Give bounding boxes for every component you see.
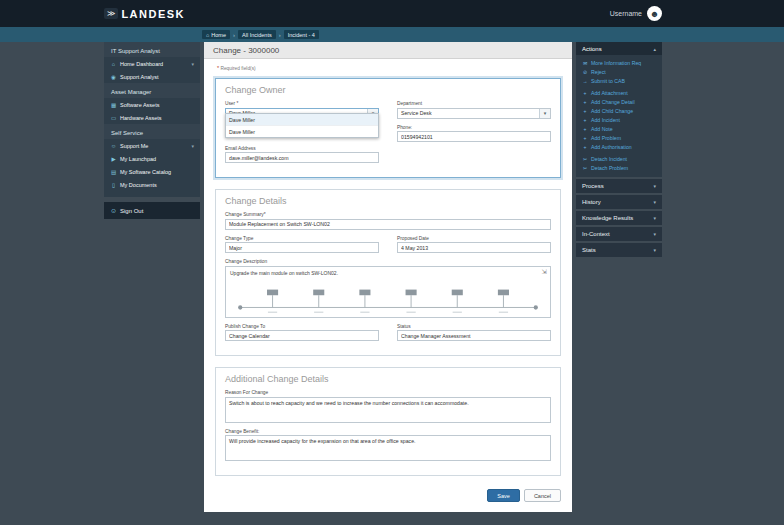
sidebar-item-hardware-assets[interactable]: ▭ Hardware Assets [104,111,200,124]
form-buttons: Save Cancel [215,479,561,502]
sidebar-item-support-me[interactable]: ☺ Support Me ▾ [104,139,200,152]
submit-arrow-icon: → [582,78,588,84]
right-panel: Actions ▴ ✉ More Information Req ⊘ Rejec… [576,42,662,257]
change-summary-input[interactable] [225,219,551,230]
action-more-information-req[interactable]: ✉ More Information Req [582,60,656,66]
change-description-editor[interactable]: Upgrade the main module on switch SW-LON… [225,266,551,318]
chevron-down-icon[interactable]: ▾ [191,143,194,149]
change-details-title: Change Details [225,196,551,206]
software-assets-icon: ▦ [110,102,117,108]
action-label: Detach Problem [591,165,628,171]
email-input[interactable] [225,152,379,163]
department-label: Department [397,101,551,106]
panel-label: In-Context [582,231,610,237]
plus-icon: + [582,117,588,123]
sidebar-heading-asset-manager: Asset Manager [104,83,200,98]
change-type-label: Change Type [225,236,379,241]
actions-panel-header[interactable]: Actions ▴ [576,42,662,55]
action-add-authorisation[interactable]: + Add Authorisation [582,144,656,150]
chevron-down-icon[interactable]: ▾ [653,199,656,205]
sidebar-item-label: My Software Catalog [120,169,171,175]
additional-change-details-title: Additional Change Details [225,374,551,384]
action-reject[interactable]: ⊘ Reject [582,69,656,75]
cancel-button[interactable]: Cancel [524,489,561,502]
reason-for-change-textarea[interactable]: Switch is about to reach capacity and we… [225,397,551,423]
required-note-text: Required field(s) [220,66,255,71]
change-form-card: Change - 3000000 * Required field(s) Cha… [204,42,572,512]
status-input[interactable] [397,330,551,341]
reject-icon: ⊘ [582,69,588,75]
action-add-problem[interactable]: + Add Problem [582,135,656,141]
sidebar-item-label: Support Analyst [120,74,159,80]
action-add-attachment[interactable]: + Add Attachment [582,90,656,96]
user-dropdown-list: Dave Miller Dave Miller [225,113,379,138]
sidebar-item-software-assets[interactable]: ▦ Software Assets [104,98,200,111]
action-detach-problem[interactable]: ✂ Detach Problem [582,165,656,171]
chevron-down-icon[interactable]: ▾ [653,215,656,221]
panel-stats[interactable]: Stats ▾ [576,243,662,257]
sidebar-item-home-dashboard[interactable]: ⌂ Home Dashboard ▾ [104,57,200,70]
proposed-date-label: Proposed Date [397,236,551,241]
plus-icon: + [582,144,588,150]
change-type-input[interactable] [225,242,379,253]
launchpad-icon: ▶ [110,156,117,162]
sidebar-item-my-launchpad[interactable]: ▶ My Launchpad [104,152,200,165]
chevron-down-icon[interactable]: ▾ [653,183,656,189]
sign-out-label: Sign Out [120,208,143,214]
action-group-add: + Add Attachment + Add Change Detail + A… [582,90,656,150]
sidebar-navigation: IT Support Analyst ⌂ Home Dashboard ▾ ◉ … [104,42,200,197]
sidebar-item-label: My Documents [120,182,157,188]
avatar[interactable]: ☻ [647,6,662,21]
sidebar-item-my-software-catalog[interactable]: ▤ My Software Catalog [104,165,200,178]
user-dropdown-option[interactable]: Dave Miller [226,114,378,126]
action-add-child-change[interactable]: + Add Child Change [582,108,656,114]
detach-icon: ✂ [582,156,588,162]
publish-change-to-input[interactable] [225,330,379,341]
documents-icon: ▯ [110,182,117,188]
panel-in-context[interactable]: In-Context ▾ [576,227,662,241]
sidebar-item-label: Software Assets [120,102,159,108]
sidebar-item-label: Support Me [120,143,148,149]
expand-icon[interactable]: ⇲ [542,268,547,276]
plus-icon: + [582,99,588,105]
action-label: Reject [591,69,606,75]
sidebar-item-my-documents[interactable]: ▯ My Documents [104,178,200,191]
brand-name: LANDESK [121,8,185,20]
panel-label: History [582,199,601,205]
chevron-down-icon[interactable]: ▾ [653,231,656,237]
phone-input[interactable] [397,131,551,142]
reason-for-change-label: Reason For Change [225,390,551,395]
chevron-down-icon[interactable]: ▾ [191,61,194,67]
change-benefit-textarea[interactable]: Will provide increased capacity for the … [225,435,551,461]
detach-icon: ✂ [582,165,588,171]
department-select[interactable]: Service Desk ▾ [397,108,551,119]
proposed-date-input[interactable] [397,242,551,253]
sidebar-heading-it-support-analyst: IT Support Analyst [104,42,200,57]
action-label: Add Authorisation [591,144,632,150]
software-catalog-icon: ▤ [110,169,117,175]
sidebar-item-label: Home Dashboard [120,61,163,67]
power-icon: ⊙ [111,207,116,214]
panel-label: Stats [582,247,596,253]
breadcrumb-all-incidents[interactable]: All Incidents [238,30,276,39]
chevron-up-icon[interactable]: ▴ [653,46,656,52]
panel-history[interactable]: History ▾ [576,195,662,209]
chevron-down-icon[interactable]: ▾ [653,247,656,253]
breadcrumb-home[interactable]: ⌂ Home [202,30,230,39]
user-dropdown-option[interactable]: Dave Miller [226,126,378,137]
action-add-change-detail[interactable]: + Add Change Detail [582,99,656,105]
breadcrumb-incident-4[interactable]: Incident - 4 [284,30,319,39]
action-add-note[interactable]: + Add Note [582,126,656,132]
sign-out-button[interactable]: ⊙ Sign Out [104,202,200,219]
home-dashboard-icon: ⌂ [110,61,117,67]
panel-knowledge-results[interactable]: Knowledge Results ▾ [576,211,662,225]
action-detach-incident[interactable]: ✂ Detach Incident [582,156,656,162]
chevron-down-icon[interactable]: ▾ [539,109,550,118]
home-icon: ⌂ [206,32,209,38]
action-add-incident[interactable]: + Add Incident [582,117,656,123]
paperclip-icon: + [582,90,588,96]
sidebar-item-support-analyst[interactable]: ◉ Support Analyst [104,70,200,83]
save-button[interactable]: Save [487,489,520,502]
panel-process[interactable]: Process ▾ [576,179,662,193]
action-submit-to-cab[interactable]: → Submit to CAB [582,78,656,84]
